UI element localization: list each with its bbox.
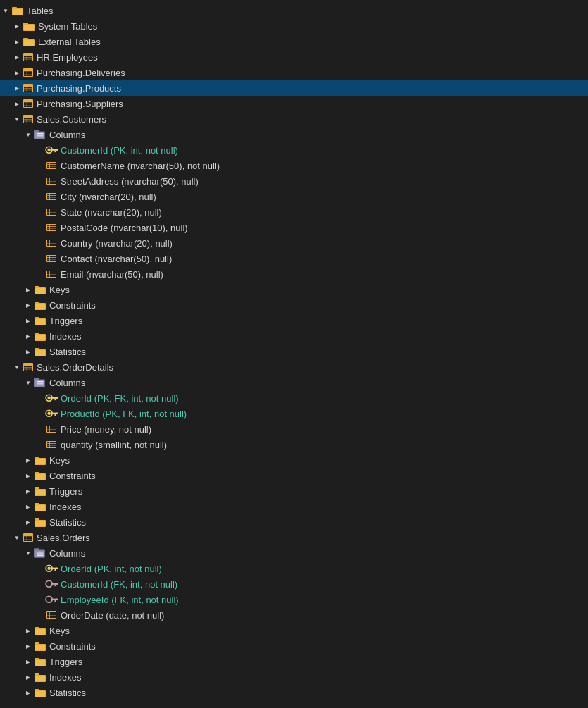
column-icon [45,206,58,218]
tree-item-label: Columns [49,130,85,140]
svg-rect-66 [47,194,56,199]
tree-item-col-country[interactable]: Country (nvarchar(20), null) [0,235,588,251]
tree-item-sales-orders-statistics[interactable]: ▶ Statistics [0,685,588,700]
toggle-expand[interactable]: ▶ [11,54,23,61]
tree-item-sales-orderdetails-keys[interactable]: ▶ Keys [0,452,588,468]
tree-item-sales-orderdetails-columns[interactable]: ▼ Columns [0,375,588,390]
tree-item-col-price-od[interactable]: Price (money, not null) [0,421,588,437]
tree-item-system-tables[interactable]: ▶ System Tables [0,18,588,34]
tree-item-purchasing-products[interactable]: ▶ Purchasing.Products [0,80,588,96]
column-icon [45,268,58,280]
tree-item-label: State (nvarchar(20), null) [61,207,162,218]
tree-item-sales-customers-constraints[interactable]: ▶ Constraints [0,297,588,313]
tree-item-sales-customers-triggers[interactable]: ▶ Triggers [0,313,588,328]
tree-item-col-contact[interactable]: Contact (nvarchar(50), null) [0,251,588,266]
pk-icon [45,562,58,575]
svg-rect-32 [24,100,32,102]
toggle-collapse[interactable]: ▼ [23,380,34,386]
toggle-expand[interactable]: ▶ [23,302,34,309]
tree-item-col-city[interactable]: City (nvarchar(20), null) [0,189,588,204]
toggle-expand[interactable]: ▶ [11,39,23,45]
tree-item-sales-customers-statistics[interactable]: ▶ Statistics [0,344,588,359]
toggle-expand[interactable]: ▶ [23,318,34,324]
toggle-collapse[interactable]: ▼ [11,364,23,371]
folder-icon [34,454,46,466]
toggle-expand[interactable]: ▶ [23,287,34,293]
tree-item-col-state[interactable]: State (nvarchar(20), null) [0,204,588,220]
tree-item-sales-customers-indexes[interactable]: ▶ Indexes [0,328,588,344]
tree-item-label: Purchasing.Suppliers [37,99,123,109]
toggle-expand[interactable]: ▶ [11,101,23,107]
tree-item-external-tables[interactable]: ▶ External Tables [0,34,588,49]
tree-item-sales-orders-triggers[interactable]: ▶ Triggers [0,654,588,669]
tree-item-sales-orderdetails-constraints[interactable]: ▶ Constraints [0,468,588,483]
toggle-expand[interactable]: ▶ [23,690,34,696]
svg-rect-145 [35,459,45,464]
tree-item-col-customerid[interactable]: CustomerId (PK, int, not null) [0,142,588,158]
svg-rect-173 [51,568,57,569]
tree-item-col-orderid-od[interactable]: OrderId (PK, FK, int, not null) [0,390,588,406]
svg-rect-179 [56,583,58,585]
tree-item-col-orderid-o[interactable]: OrderId (PK, int, not null) [0,561,588,576]
tree-item-label: Purchasing.Deliveries [37,68,125,78]
toggle-expand[interactable]: ▶ [23,519,34,526]
toggle-expand[interactable]: ▶ [23,333,34,340]
tree-item-sales-orders-constraints[interactable]: ▶ Constraints [0,638,588,654]
tree-item-col-email[interactable]: Email (nvarchar(50), null) [0,266,588,282]
svg-rect-200 [35,676,45,681]
tree-item-label: Triggers [49,316,82,326]
folder-icon [34,314,46,327]
tree-item-label: Contact (nvarchar(50), null) [61,254,172,264]
toggle-expand[interactable]: ▶ [23,457,34,464]
column-icon [45,423,58,435]
tree-item-sales-orderdetails[interactable]: ▼ Sales.OrderDetails [0,359,588,375]
tree-item-sales-orders-indexes[interactable]: ▶ Indexes [0,669,588,685]
toggle-expand[interactable]: ▶ [23,628,34,634]
toggle-expand[interactable]: ▶ [11,70,23,76]
tree-item-col-productid-od[interactable]: ProductId (PK, FK, int, not null) [0,406,588,421]
tree-item-purchasing-suppliers[interactable]: ▶ Purchasing.Suppliers [0,96,588,111]
tree-item-col-streetaddress[interactable]: StreetAddress (nvarchar(50), null) [0,173,588,189]
toggle-collapse[interactable]: ▼ [11,535,23,541]
tree-item-label: Sales.Customers [37,114,106,125]
svg-rect-109 [35,350,45,356]
tree-item-sales-orders-columns[interactable]: ▼ Columns [0,545,588,561]
svg-rect-5 [24,25,34,30]
tree-item-col-customername[interactable]: CustomerName (nvarchar(50), not null) [0,158,588,173]
tree-item-sales-orderdetails-statistics[interactable]: ▶ Statistics [0,514,588,530]
toggle-collapse[interactable]: ▼ [23,550,34,557]
toggle-collapse[interactable]: ▼ [11,116,23,123]
toggle-expand[interactable]: ▶ [23,473,34,479]
toggle-expand[interactable]: ▶ [23,659,34,665]
tree-item-tables[interactable]: ▼ Tables [0,3,588,18]
tree-item-sales-orderdetails-indexes[interactable]: ▶ Indexes [0,499,588,514]
columns-folder-icon [34,128,46,141]
tree-item-sales-customers-columns[interactable]: ▼ Columns [0,127,588,142]
folder-icon [34,671,46,683]
toggle-collapse[interactable]: ▼ [23,132,34,138]
toggle-collapse[interactable]: ▼ [0,8,11,14]
toggle-expand[interactable]: ▶ [23,674,34,681]
tree-item-purchasing-deliveries[interactable]: ▶ Purchasing.Deliveries [0,65,588,80]
svg-rect-175 [56,568,58,569]
tree-item-sales-orders[interactable]: ▼ Sales.Orders [0,530,588,545]
svg-rect-11 [24,54,32,56]
toggle-expand[interactable]: ▶ [11,85,23,92]
svg-rect-100 [35,304,45,309]
toggle-expand[interactable]: ▶ [11,23,23,30]
tree-item-sales-orders-keys[interactable]: ▶ Keys [0,623,588,638]
tree-item-sales-customers-keys[interactable]: ▶ Keys [0,282,588,297]
pkfk-icon [45,407,58,420]
tree-item-sales-customers[interactable]: ▼ Sales.Customers [0,111,588,127]
tree-item-col-quantity-od[interactable]: quantity (smallint, not null) [0,437,588,452]
toggle-expand[interactable]: ▶ [23,349,34,355]
toggle-expand[interactable]: ▶ [23,504,34,510]
toggle-expand[interactable]: ▶ [23,643,34,650]
tree-item-sales-orderdetails-triggers[interactable]: ▶ Triggers [0,483,588,499]
toggle-expand[interactable]: ▶ [23,488,34,495]
tree-item-col-postalcode[interactable]: PostalCode (nvarchar(10), null) [0,220,588,235]
tree-item-col-employeeid-o[interactable]: EmployeeId (FK, int, not null) [0,592,588,607]
tree-item-hr-employees[interactable]: ▶ HR.Employees [0,49,588,65]
tree-item-col-orderdate-o[interactable]: OrderDate (date, not null) [0,607,588,623]
tree-item-col-customerid-o[interactable]: CustomerId (FK, int, not null) [0,576,588,592]
